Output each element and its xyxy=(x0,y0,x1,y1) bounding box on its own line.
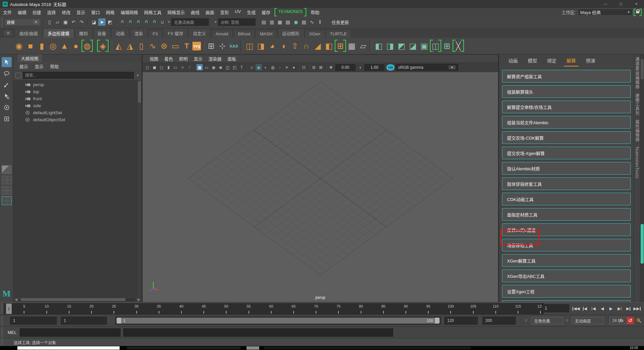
create-polygon-icon[interactable]: ▱ xyxy=(357,40,369,52)
bookmark-icon[interactable]: ▮ xyxy=(165,64,172,70)
smooth-icon[interactable]: ◕ xyxy=(267,40,278,52)
shelf-tab-XGen[interactable]: XGen xyxy=(305,30,325,38)
outliner-item-persp[interactable]: persp xyxy=(13,81,142,88)
free-point-icon[interactable]: ⊹ xyxy=(217,40,228,52)
safe-action-icon[interactable]: ◰ xyxy=(231,64,238,70)
menu-生成[interactable]: 生成 xyxy=(244,9,259,15)
shelf-tab-雕刻[interactable]: 雕刻 xyxy=(74,28,93,38)
grip-handle[interactable] xyxy=(1,339,3,346)
select-camera-icon[interactable]: ◻ xyxy=(144,64,151,70)
tool-button-XGen解算工具[interactable]: XGen解算工具 xyxy=(502,254,631,267)
outliner-item-top[interactable]: top xyxy=(13,88,142,95)
snap-view-plane-icon[interactable]: ∪ xyxy=(151,18,158,26)
filter-icon[interactable] xyxy=(15,73,21,78)
lasso-tool[interactable] xyxy=(2,68,12,78)
step-back-frame-icon[interactable]: ◀ xyxy=(581,304,589,313)
menu-曲面[interactable]: 曲面 xyxy=(202,9,217,15)
shelf-tab-自定义[interactable]: 自定义 xyxy=(188,28,211,38)
extrude-icon[interactable]: ⇧ xyxy=(289,40,301,52)
outliner-item-defaultLightSet[interactable]: defaultLightSet xyxy=(13,109,142,116)
paint-select-tool[interactable] xyxy=(2,80,12,90)
menu-缓存[interactable]: 缓存 xyxy=(259,9,273,15)
scroll-right-icon[interactable]: ▶ xyxy=(136,298,142,301)
bridge-icon[interactable]: ∩ xyxy=(301,40,312,52)
tool-button-XGen导出ABC工具[interactable]: XGen导出ABC工具 xyxy=(502,270,631,282)
menu-网格显示[interactable]: 网格显示 xyxy=(164,9,188,15)
snap-grid-icon[interactable]: ∪ xyxy=(119,18,126,26)
mel-label[interactable]: MEL xyxy=(8,330,19,335)
textured-icon[interactable]: ◐ xyxy=(263,64,269,70)
play-forwards-icon[interactable]: ▶ xyxy=(607,304,615,313)
select-component-icon[interactable]: ◩ xyxy=(106,18,114,26)
range-slider[interactable]: 1 120 xyxy=(115,317,441,325)
redo-icon[interactable]: ↷ xyxy=(78,18,85,26)
outliner-menu-帮助[interactable]: 帮助 xyxy=(47,63,61,69)
tab-模型[interactable]: 模型 xyxy=(523,55,542,66)
polygon-cone-icon[interactable]: ▲ xyxy=(59,40,70,52)
close-button[interactable]: × xyxy=(629,0,644,8)
outliner-vertical-scrollbar[interactable] xyxy=(137,80,142,297)
polygon-helix-icon[interactable]: ∿ xyxy=(147,40,158,52)
select-tool[interactable] xyxy=(2,57,12,67)
step-back-key-icon[interactable]: ◀ xyxy=(589,304,598,313)
menu-创建[interactable]: 创建 xyxy=(29,9,44,15)
polygon-soccer-ball-icon[interactable]: ◍ xyxy=(82,40,93,52)
2d-pan-zoom-icon[interactable]: ⊹ xyxy=(179,64,186,70)
snap-point-icon[interactable]: ∪ xyxy=(135,18,142,26)
safe-title-icon[interactable]: T xyxy=(238,64,245,70)
pause-icon[interactable]: ‖ xyxy=(316,18,324,26)
tool-button-组装当前文件Alembic[interactable]: 组装当前文件Alembic xyxy=(502,116,631,129)
make-live-icon[interactable]: ∪ xyxy=(159,18,166,26)
select-hierarchy-icon[interactable]: ◪ xyxy=(90,18,98,26)
side-tab-TeamonesTools[interactable]: TeamonesTools xyxy=(635,146,639,178)
shelf-tab-多边形建模[interactable]: 多边形建模 xyxy=(43,28,74,38)
menu-变形[interactable]: 变形 xyxy=(217,9,232,15)
tool-button-解算提交审核/农场工具[interactable]: 解算提交审核/农场工具 xyxy=(502,101,631,113)
grid-icon[interactable]: ▦ xyxy=(196,64,203,70)
origin-locator-icon[interactable]: 0,0,0 xyxy=(228,40,239,52)
chevron-down-icon[interactable]: ▽ xyxy=(525,319,527,322)
workspace-select[interactable]: Maya 经典 ▼ xyxy=(578,9,633,16)
viewport-3d-view[interactable]: persp xyxy=(142,72,498,302)
chevron-down-icon[interactable]: ▼ xyxy=(214,20,217,24)
side-tab-通道盒/层编辑器[interactable]: 通道盒/层编辑器 xyxy=(634,57,640,89)
field-chart-icon[interactable]: ◫ xyxy=(224,64,231,70)
chevron-down-icon[interactable]: ▼ xyxy=(167,20,170,24)
menu-UV[interactable]: UV xyxy=(232,9,244,15)
motion-blur-icon[interactable]: ● xyxy=(291,64,297,70)
shelf-tab-FX[interactable]: FX xyxy=(148,30,163,38)
rotate-tool[interactable] xyxy=(2,103,12,113)
range-start-handle[interactable] xyxy=(117,318,121,324)
mt-sculpt-icon[interactable]: ◨ xyxy=(384,40,396,52)
snap-projected-center-icon[interactable]: ∪ xyxy=(143,18,150,26)
image-plane-icon[interactable]: ▭ xyxy=(172,64,179,70)
tool-category-dropdown[interactable]: 建模▼ xyxy=(4,18,41,26)
menu-修改[interactable]: 修改 xyxy=(59,9,73,15)
menu-选择[interactable]: 选择 xyxy=(44,9,59,15)
lock-camera-icon[interactable]: ◼ xyxy=(151,64,158,70)
grip-handle[interactable] xyxy=(1,303,3,314)
ipr-sphere-icon[interactable]: ◉ xyxy=(292,18,300,26)
playback-end-field[interactable]: 120 xyxy=(444,317,478,325)
grip-handle[interactable] xyxy=(1,327,3,338)
step-forward-frame-icon[interactable]: ▶ xyxy=(624,304,633,313)
shelf-tab-Bifrost[interactable]: Bifrost xyxy=(233,30,255,38)
paint-effects-icon[interactable]: ∿ xyxy=(308,18,316,26)
scale-tool[interactable] xyxy=(2,114,12,124)
pane-layout-persp-outliner[interactable] xyxy=(2,196,12,205)
contrast-icon[interactable]: ◑ xyxy=(357,64,363,70)
view-transform-select[interactable]: sRGB gamma▼ xyxy=(395,64,458,71)
shelf-tab-运动图形[interactable]: 运动图形 xyxy=(278,28,304,38)
tab-预演[interactable]: 预演 xyxy=(581,55,600,66)
menu-网格[interactable]: 网格 xyxy=(103,9,118,15)
isolate-select-icon[interactable]: ⊡ xyxy=(301,64,307,70)
chevron-down-icon[interactable]: ▽ xyxy=(566,319,568,322)
outliner-menu-展示[interactable]: 展示 xyxy=(17,63,31,69)
tool-button-场景移动工具[interactable]: 场景移动工具 xyxy=(502,239,631,251)
film-gate-icon[interactable]: ▭ xyxy=(203,64,210,70)
select-object-icon[interactable]: ➤ xyxy=(98,18,106,26)
menu-TEAMONES[interactable]: TEAMONES xyxy=(275,9,306,15)
menu-网格工具[interactable]: 网格工具 xyxy=(141,9,164,15)
gate-mask-icon[interactable]: ◙ xyxy=(217,64,224,70)
panel-scrollbar[interactable] xyxy=(640,54,644,302)
